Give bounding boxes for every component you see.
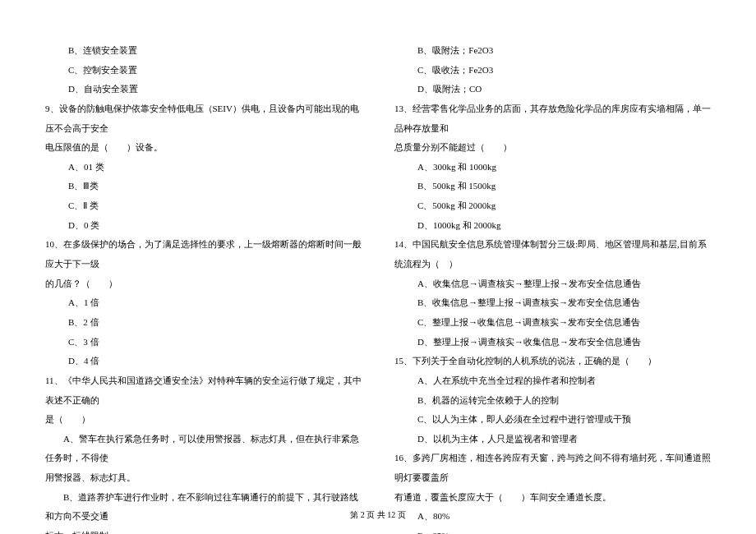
left-column: B、连锁安全装置 C、控制安全装置 D、自动安全装置 9、设备的防触电保护依靠安… xyxy=(45,41,362,501)
q10-line2: 的几倍？（ ） xyxy=(45,274,362,294)
q10-d: D、4 倍 xyxy=(45,352,362,371)
r-opt-d: D、吸附法；CO xyxy=(394,80,711,99)
right-column: B、吸附法；Fe2O3 C、吸收法；Fe2O3 D、吸附法；CO 13、经营零售… xyxy=(394,41,711,501)
q15-a: A、人在系统中充当全过程的操作者和控制者 xyxy=(394,371,711,391)
q11-a-l2: 用警报器、标志灯具。 xyxy=(45,468,362,488)
q15-d: D、以机为主体，人只是监视者和管理者 xyxy=(394,430,711,449)
q13-line2: 总质量分别不能超过（ ） xyxy=(394,138,711,158)
q13-c: C、500kg 和 2000kg xyxy=(394,196,711,216)
r-opt-b: B、吸附法；Fe2O3 xyxy=(394,41,711,61)
q11-a-l1: A、警车在执行紧急任务时，可以使用警报器、标志灯具，但在执行非紧急任务时，不得使 xyxy=(45,430,362,468)
q11-line1: 11、《中华人民共和国道路交通安全法》对特种车辆的安全运行做了规定，其中表述不正… xyxy=(45,371,362,410)
q15: 15、下列关于全自动化控制的人机系统的说法，正确的是（ ） xyxy=(394,352,711,371)
q10-line1: 10、在多级保护的场合，为了满足选择性的要求，上一级熔断器的熔断时间一般应大于下… xyxy=(45,235,362,274)
q14: 14、中国民航安全信息系统管理体制暂分三级:即局、地区管理局和基层,目前系统流程… xyxy=(394,235,711,274)
q14-c: C、整理上报→收集信息→调查核实→发布安全信息通告 xyxy=(394,313,711,333)
opt-d: D、自动安全装置 xyxy=(45,80,362,99)
q9-b: B、Ⅲ类 xyxy=(45,177,362,196)
q9-line1: 9、设备的防触电保护依靠安全特低电压（SEIV）供电，且设备内可能出现的电压不会… xyxy=(45,99,362,138)
r-opt-c: C、吸收法；Fe2O3 xyxy=(394,61,711,81)
q11-b-l2: 标志、标线限制。 xyxy=(45,527,362,534)
opt-b: B、连锁安全装置 xyxy=(45,41,362,61)
q15-b: B、机器的运转完全依赖于人的控制 xyxy=(394,391,711,411)
opt-c: C、控制安全装置 xyxy=(45,61,362,81)
q10-c: C、3 倍 xyxy=(45,333,362,352)
q13-d: D、1000kg 和 2000kg xyxy=(394,216,711,236)
q16-line1: 16、多跨厂房相连，相连各跨应有天窗，跨与跨之间不得有墙封死，车间通道照明灯要覆… xyxy=(394,449,711,487)
q10-b: B、2 倍 xyxy=(45,313,362,333)
q16-b: B、85% xyxy=(394,527,711,534)
q13-a: A、300kg 和 1000kg xyxy=(394,158,711,177)
q14-a: A、收集信息→调查核实→整理上报→发布安全信息通告 xyxy=(394,274,711,294)
q9-a: A、01 类 xyxy=(45,158,362,177)
q9-d: D、0 类 xyxy=(45,216,362,236)
q15-c: C、以人为主体，即人必须在全过程中进行管理或干预 xyxy=(394,410,711,430)
q10-a: A、1 倍 xyxy=(45,293,362,313)
q16-a: A、80% xyxy=(394,507,711,527)
q11-b-l1: B、道路养护车进行作业时，在不影响过往车辆通行的前提下，其行驶路线和方向不受交通 xyxy=(45,488,362,527)
q16-line2: 有通道，覆盖长度应大于（ ）车间安全通道长度。 xyxy=(394,488,711,508)
q14-b: B、收集信息→整理上报→调查核实→发布安全信息通告 xyxy=(394,293,711,313)
q14-d: D、整理上报→调查核实→收集信息→发布安全信息通告 xyxy=(394,333,711,352)
q13-line1: 13、经营零售化学品业务的店面，其存放危险化学品的库房应有实墙相隔，单一品种存放… xyxy=(394,99,711,138)
q11-line2: 是（ ） xyxy=(45,410,362,430)
q13-b: B、500kg 和 1500kg xyxy=(394,177,711,196)
q9-c: C、Ⅱ 类 xyxy=(45,196,362,216)
q9-line2: 电压限值的是（ ）设备。 xyxy=(45,138,362,158)
